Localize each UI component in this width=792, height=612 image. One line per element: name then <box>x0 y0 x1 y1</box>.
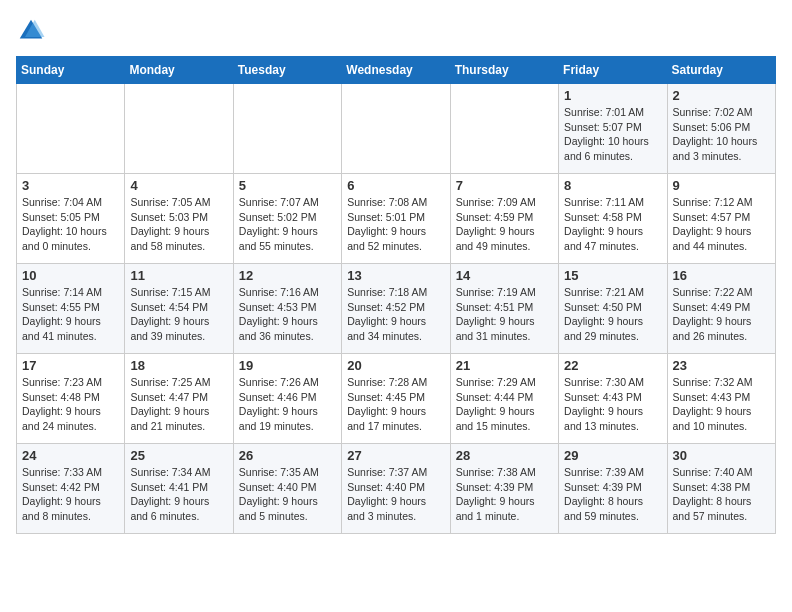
calendar-day-cell: 17Sunrise: 7:23 AM Sunset: 4:48 PM Dayli… <box>17 354 125 444</box>
day-info: Sunrise: 7:39 AM Sunset: 4:39 PM Dayligh… <box>564 465 661 524</box>
calendar-day-cell: 9Sunrise: 7:12 AM Sunset: 4:57 PM Daylig… <box>667 174 775 264</box>
calendar-day-cell: 1Sunrise: 7:01 AM Sunset: 5:07 PM Daylig… <box>559 84 667 174</box>
calendar-day-cell: 21Sunrise: 7:29 AM Sunset: 4:44 PM Dayli… <box>450 354 558 444</box>
day-info: Sunrise: 7:25 AM Sunset: 4:47 PM Dayligh… <box>130 375 227 434</box>
calendar-day-cell: 20Sunrise: 7:28 AM Sunset: 4:45 PM Dayli… <box>342 354 450 444</box>
calendar-day-cell: 4Sunrise: 7:05 AM Sunset: 5:03 PM Daylig… <box>125 174 233 264</box>
calendar-day-cell <box>450 84 558 174</box>
day-info: Sunrise: 7:23 AM Sunset: 4:48 PM Dayligh… <box>22 375 119 434</box>
day-number: 21 <box>456 358 553 373</box>
day-info: Sunrise: 7:01 AM Sunset: 5:07 PM Dayligh… <box>564 105 661 164</box>
day-number: 28 <box>456 448 553 463</box>
weekday-header: Wednesday <box>342 57 450 84</box>
day-info: Sunrise: 7:26 AM Sunset: 4:46 PM Dayligh… <box>239 375 336 434</box>
day-number: 16 <box>673 268 770 283</box>
calendar-day-cell: 13Sunrise: 7:18 AM Sunset: 4:52 PM Dayli… <box>342 264 450 354</box>
day-number: 23 <box>673 358 770 373</box>
day-number: 10 <box>22 268 119 283</box>
day-number: 26 <box>239 448 336 463</box>
day-info: Sunrise: 7:40 AM Sunset: 4:38 PM Dayligh… <box>673 465 770 524</box>
day-number: 12 <box>239 268 336 283</box>
day-info: Sunrise: 7:28 AM Sunset: 4:45 PM Dayligh… <box>347 375 444 434</box>
calendar-day-cell: 28Sunrise: 7:38 AM Sunset: 4:39 PM Dayli… <box>450 444 558 534</box>
day-number: 7 <box>456 178 553 193</box>
day-info: Sunrise: 7:05 AM Sunset: 5:03 PM Dayligh… <box>130 195 227 254</box>
day-info: Sunrise: 7:38 AM Sunset: 4:39 PM Dayligh… <box>456 465 553 524</box>
day-number: 3 <box>22 178 119 193</box>
calendar-week-row: 17Sunrise: 7:23 AM Sunset: 4:48 PM Dayli… <box>17 354 776 444</box>
day-number: 1 <box>564 88 661 103</box>
day-number: 17 <box>22 358 119 373</box>
day-number: 20 <box>347 358 444 373</box>
calendar-day-cell: 30Sunrise: 7:40 AM Sunset: 4:38 PM Dayli… <box>667 444 775 534</box>
calendar-day-cell <box>125 84 233 174</box>
calendar-table: SundayMondayTuesdayWednesdayThursdayFrid… <box>16 56 776 534</box>
day-number: 22 <box>564 358 661 373</box>
day-info: Sunrise: 7:29 AM Sunset: 4:44 PM Dayligh… <box>456 375 553 434</box>
day-number: 5 <box>239 178 336 193</box>
calendar-day-cell: 5Sunrise: 7:07 AM Sunset: 5:02 PM Daylig… <box>233 174 341 264</box>
calendar-day-cell: 29Sunrise: 7:39 AM Sunset: 4:39 PM Dayli… <box>559 444 667 534</box>
weekday-header: Friday <box>559 57 667 84</box>
day-number: 30 <box>673 448 770 463</box>
day-info: Sunrise: 7:12 AM Sunset: 4:57 PM Dayligh… <box>673 195 770 254</box>
calendar-day-cell: 3Sunrise: 7:04 AM Sunset: 5:05 PM Daylig… <box>17 174 125 264</box>
day-info: Sunrise: 7:37 AM Sunset: 4:40 PM Dayligh… <box>347 465 444 524</box>
day-info: Sunrise: 7:02 AM Sunset: 5:06 PM Dayligh… <box>673 105 770 164</box>
weekday-header: Tuesday <box>233 57 341 84</box>
calendar-day-cell: 16Sunrise: 7:22 AM Sunset: 4:49 PM Dayli… <box>667 264 775 354</box>
day-info: Sunrise: 7:04 AM Sunset: 5:05 PM Dayligh… <box>22 195 119 254</box>
day-info: Sunrise: 7:14 AM Sunset: 4:55 PM Dayligh… <box>22 285 119 344</box>
calendar-day-cell: 22Sunrise: 7:30 AM Sunset: 4:43 PM Dayli… <box>559 354 667 444</box>
day-info: Sunrise: 7:08 AM Sunset: 5:01 PM Dayligh… <box>347 195 444 254</box>
calendar-day-cell: 14Sunrise: 7:19 AM Sunset: 4:51 PM Dayli… <box>450 264 558 354</box>
calendar-day-cell: 26Sunrise: 7:35 AM Sunset: 4:40 PM Dayli… <box>233 444 341 534</box>
day-info: Sunrise: 7:30 AM Sunset: 4:43 PM Dayligh… <box>564 375 661 434</box>
calendar-day-cell: 15Sunrise: 7:21 AM Sunset: 4:50 PM Dayli… <box>559 264 667 354</box>
page-header <box>16 16 776 46</box>
weekday-header: Sunday <box>17 57 125 84</box>
day-info: Sunrise: 7:32 AM Sunset: 4:43 PM Dayligh… <box>673 375 770 434</box>
day-number: 9 <box>673 178 770 193</box>
calendar-day-cell: 8Sunrise: 7:11 AM Sunset: 4:58 PM Daylig… <box>559 174 667 264</box>
calendar-day-cell: 11Sunrise: 7:15 AM Sunset: 4:54 PM Dayli… <box>125 264 233 354</box>
day-info: Sunrise: 7:07 AM Sunset: 5:02 PM Dayligh… <box>239 195 336 254</box>
calendar-week-row: 1Sunrise: 7:01 AM Sunset: 5:07 PM Daylig… <box>17 84 776 174</box>
calendar-week-row: 10Sunrise: 7:14 AM Sunset: 4:55 PM Dayli… <box>17 264 776 354</box>
day-info: Sunrise: 7:09 AM Sunset: 4:59 PM Dayligh… <box>456 195 553 254</box>
day-info: Sunrise: 7:11 AM Sunset: 4:58 PM Dayligh… <box>564 195 661 254</box>
day-number: 8 <box>564 178 661 193</box>
calendar-day-cell <box>233 84 341 174</box>
day-number: 18 <box>130 358 227 373</box>
day-number: 2 <box>673 88 770 103</box>
day-number: 6 <box>347 178 444 193</box>
weekday-header: Thursday <box>450 57 558 84</box>
weekday-header: Saturday <box>667 57 775 84</box>
day-number: 29 <box>564 448 661 463</box>
calendar-day-cell: 6Sunrise: 7:08 AM Sunset: 5:01 PM Daylig… <box>342 174 450 264</box>
calendar-day-cell <box>342 84 450 174</box>
day-number: 24 <box>22 448 119 463</box>
day-number: 15 <box>564 268 661 283</box>
calendar-day-cell: 23Sunrise: 7:32 AM Sunset: 4:43 PM Dayli… <box>667 354 775 444</box>
calendar-day-cell: 25Sunrise: 7:34 AM Sunset: 4:41 PM Dayli… <box>125 444 233 534</box>
day-info: Sunrise: 7:33 AM Sunset: 4:42 PM Dayligh… <box>22 465 119 524</box>
calendar-day-cell: 19Sunrise: 7:26 AM Sunset: 4:46 PM Dayli… <box>233 354 341 444</box>
day-info: Sunrise: 7:22 AM Sunset: 4:49 PM Dayligh… <box>673 285 770 344</box>
calendar-day-cell <box>17 84 125 174</box>
calendar-day-cell: 7Sunrise: 7:09 AM Sunset: 4:59 PM Daylig… <box>450 174 558 264</box>
logo-icon <box>16 16 46 46</box>
day-number: 27 <box>347 448 444 463</box>
day-info: Sunrise: 7:35 AM Sunset: 4:40 PM Dayligh… <box>239 465 336 524</box>
calendar-day-cell: 2Sunrise: 7:02 AM Sunset: 5:06 PM Daylig… <box>667 84 775 174</box>
calendar-week-row: 24Sunrise: 7:33 AM Sunset: 4:42 PM Dayli… <box>17 444 776 534</box>
day-number: 4 <box>130 178 227 193</box>
calendar-body: 1Sunrise: 7:01 AM Sunset: 5:07 PM Daylig… <box>17 84 776 534</box>
day-number: 25 <box>130 448 227 463</box>
day-number: 19 <box>239 358 336 373</box>
weekday-row: SundayMondayTuesdayWednesdayThursdayFrid… <box>17 57 776 84</box>
calendar-day-cell: 27Sunrise: 7:37 AM Sunset: 4:40 PM Dayli… <box>342 444 450 534</box>
calendar-day-cell: 18Sunrise: 7:25 AM Sunset: 4:47 PM Dayli… <box>125 354 233 444</box>
day-info: Sunrise: 7:15 AM Sunset: 4:54 PM Dayligh… <box>130 285 227 344</box>
day-number: 14 <box>456 268 553 283</box>
